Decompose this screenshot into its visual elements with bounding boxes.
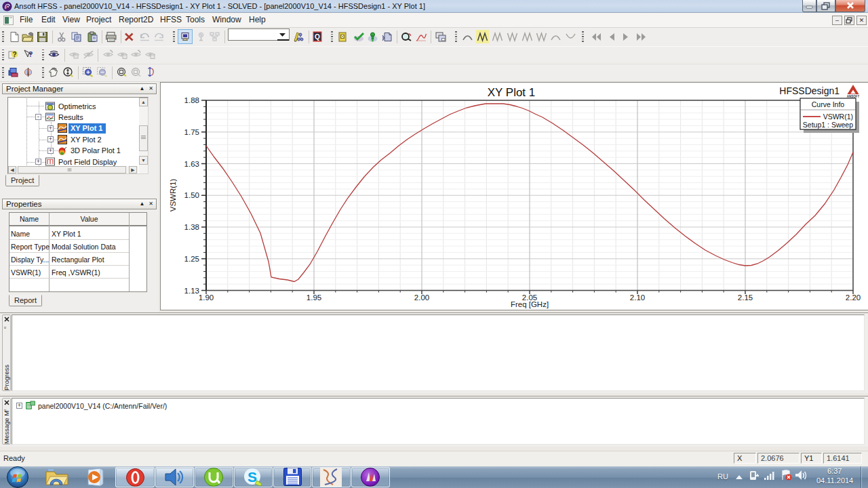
svg-text:2.10: 2.10 [630,293,645,302]
svg-text:VSWR(1): VSWR(1) [823,113,853,121]
svg-text:ANSOFT: ANSOFT [847,95,860,98]
svg-text:1.63: 1.63 [184,160,199,168]
svg-text:?: ? [12,51,16,58]
svg-text:XY Plot 1: XY Plot 1 [488,86,536,99]
svg-text:1.90: 1.90 [199,293,214,302]
svg-text:Curve Info: Curve Info [812,100,845,108]
svg-text:HFSSDesign1: HFSSDesign1 [779,85,840,96]
svg-text:1.50: 1.50 [184,191,199,199]
svg-text:1.25: 1.25 [184,255,199,263]
svg-text:?: ? [28,50,33,58]
svg-text:Q: Q [315,33,320,41]
svg-text:2.20: 2.20 [846,293,861,302]
svg-text:1.75: 1.75 [184,128,199,136]
svg-text:Freq [GHz]: Freq [GHz] [511,300,549,308]
svg-text:Setup1 : Sweep: Setup1 : Sweep [803,121,853,129]
svg-text:2.00: 2.00 [414,293,429,302]
svg-text:1.13: 1.13 [184,287,199,295]
svg-text:2.15: 2.15 [738,293,753,302]
svg-text:1.95: 1.95 [307,293,321,302]
svg-text:1.38: 1.38 [184,223,199,231]
svg-text:VSWR(1): VSWR(1) [169,179,177,212]
svg-text:1.88: 1.88 [184,96,199,104]
